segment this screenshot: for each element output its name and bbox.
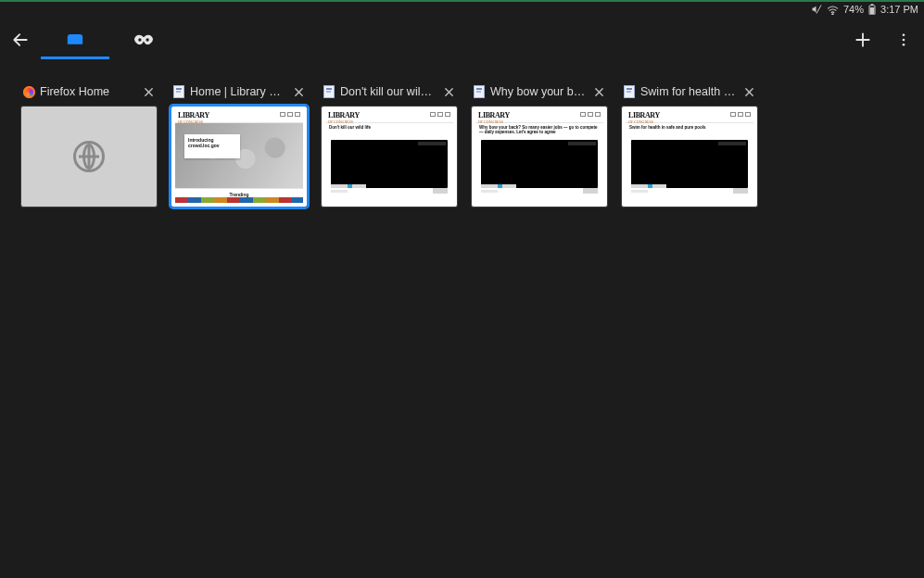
- tab-header: Home | Library of Congress: [171, 82, 308, 102]
- battery-percent: 74%: [843, 4, 864, 15]
- tab-card[interactable]: Swim for health in safe and pure pools L…: [621, 82, 758, 207]
- tab-thumbnail[interactable]: LIBRARYOF CONGRESS Introducing crowd.loc…: [171, 106, 308, 207]
- close-tab-button[interactable]: [591, 84, 606, 99]
- thumb-hero-card: Introducing crowd.loc.gov: [184, 134, 240, 158]
- tab-title: Don't kill our wild life: [340, 85, 437, 98]
- mute-icon: [811, 4, 822, 15]
- svg-rect-4: [870, 7, 874, 14]
- tab-title: Swim for health in safe and pure pools: [640, 85, 737, 98]
- tab-card[interactable]: Why bow your back? LIBRARYOF CONGRESS Wh…: [471, 82, 608, 207]
- document-icon: [473, 85, 486, 98]
- svg-point-7: [146, 38, 148, 41]
- thumb-article-title: Don't kill our wild life: [329, 125, 449, 130]
- wifi-icon: [827, 5, 839, 15]
- close-tab-button[interactable]: [741, 84, 756, 99]
- svg-point-12: [903, 44, 905, 46]
- close-tab-button[interactable]: [441, 84, 456, 99]
- tab-header: Why bow your back?: [471, 82, 608, 102]
- svg-rect-3: [871, 4, 874, 6]
- globe-icon: [73, 141, 105, 172]
- window-accent: [0, 0, 924, 2]
- status-bar: 74% 3:17 PM: [811, 2, 918, 17]
- svg-point-11: [903, 39, 905, 42]
- document-icon: [172, 85, 185, 98]
- svg-point-1: [832, 13, 833, 14]
- toolbar: [0, 20, 924, 59]
- tab-thumbnail[interactable]: LIBRARYOF CONGRESS Don't kill our wild l…: [321, 106, 458, 207]
- thumb-article-title: Why bow your back? So many easier jobs —…: [479, 125, 600, 135]
- tab-header: Firefox Home: [20, 82, 158, 102]
- tab-card[interactable]: Firefox Home: [20, 82, 158, 207]
- svg-line-0: [816, 6, 821, 14]
- svg-point-6: [138, 38, 141, 41]
- thumb-article-title: Swim for health in safe and pure pools: [629, 125, 750, 130]
- tab-card[interactable]: Don't kill our wild life LIBRARYOF CONGR…: [321, 82, 458, 207]
- overflow-menu-button[interactable]: [883, 20, 924, 59]
- clock-time: 3:17 PM: [880, 4, 918, 15]
- battery-icon: [868, 4, 876, 15]
- tab-thumbnail[interactable]: [20, 106, 158, 207]
- close-tab-button[interactable]: [141, 84, 156, 99]
- tab-thumbnail[interactable]: LIBRARYOF CONGRESS Swim for health in sa…: [621, 106, 758, 207]
- document-icon: [623, 85, 636, 98]
- tab-title: Firefox Home: [40, 85, 136, 98]
- tab-thumbnail[interactable]: LIBRARYOF CONGRESS Why bow your back? So…: [471, 106, 608, 207]
- tab-title: Why bow your back?: [490, 85, 587, 98]
- firefox-icon: [22, 85, 35, 98]
- tabs-mode-normal[interactable]: [41, 20, 109, 59]
- tab-title: Home | Library of Congress: [190, 85, 286, 98]
- tab-header: Don't kill our wild life: [321, 82, 458, 102]
- tab-card[interactable]: Home | Library of Congress LIBRARYOF CON…: [171, 82, 308, 207]
- svg-point-10: [903, 33, 905, 36]
- close-tab-button[interactable]: [291, 84, 306, 99]
- thumb-brand: LIBRARYOF CONGRESS: [178, 111, 209, 124]
- tabs-grid: Firefox Home Home | Library of Congress: [20, 82, 904, 578]
- tab-header: Swim for health in safe and pure pools: [621, 82, 758, 102]
- document-icon: [323, 85, 335, 98]
- back-button[interactable]: [0, 20, 41, 59]
- tabs-mode-private[interactable]: [109, 20, 178, 59]
- new-tab-button[interactable]: [842, 20, 883, 59]
